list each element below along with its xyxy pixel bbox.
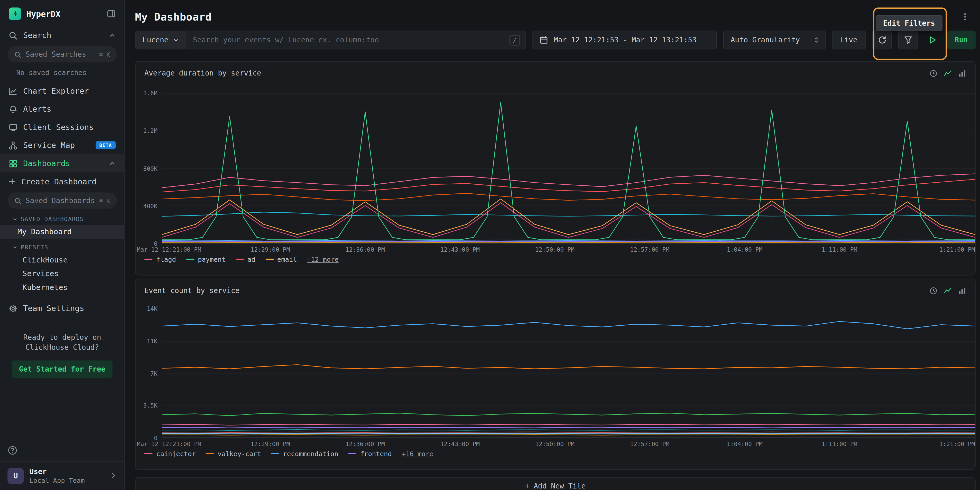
gridline [162,168,975,168]
chart-series [162,203,975,237]
chart-series-frontend [162,427,975,428]
chart-series-cainjector [162,424,975,425]
gridline [162,309,975,309]
search-icon [14,51,21,58]
x-axis-tick: 1:21:00 PM [939,441,975,447]
play-button[interactable] [924,30,941,49]
chevron-up-icon[interactable] [109,160,116,167]
gridline [162,341,975,341]
sidebar-item-team-settings[interactable]: Team Settings [0,299,124,317]
preset-clickhouse[interactable]: ClickHouse [0,253,124,267]
x-axis-tick: 12:43:00 PM [441,246,480,253]
legend-swatch [145,258,153,260]
query-language-dropdown[interactable]: Lucene [136,31,186,49]
filter-button[interactable] [898,30,918,49]
presets-section[interactable]: PRESETS [0,239,124,253]
chart-plot[interactable] [162,309,975,438]
saved-searches-input[interactable]: Saved Searches ⌘ K [8,46,117,62]
saved-dashboards-input[interactable]: Saved Dashboards ⌘ K [8,192,117,209]
get-started-button[interactable]: Get Started for Free [12,361,112,378]
create-dashboard-button[interactable]: Create Dashboard [0,172,124,190]
y-axis-tick: 1.6M [135,90,158,97]
calendar-icon [539,36,548,44]
sidebar-item-service-map[interactable]: Service Map BETA [0,136,124,154]
legend-label: payment [198,255,226,263]
chart-series-recommendation [162,322,975,329]
date-range-value: Mar 12 12:21:53 - Mar 12 13:21:53 [554,36,697,44]
add-new-tile-button[interactable]: + Add New Tile [135,477,976,490]
legend-label: valkey-cart [218,450,261,457]
legend-item-flagd[interactable]: flagd [145,255,176,263]
chart-legend: cainjectorvalkey-cartrecommendationfront… [145,450,975,457]
legend-label: cainjector [156,450,196,457]
collapse-sidebar-icon[interactable] [107,9,116,18]
sidebar-item-my-dashboard[interactable]: My Dashboard [0,225,124,239]
sidebar-item-label: Dashboards [23,159,70,168]
x-axis-tick: 1:04:00 PM [727,441,762,447]
time-range-icon[interactable] [929,286,938,295]
event-search-input[interactable]: Search your events w/ Lucene ex. column:… [186,31,509,49]
sidebar-item-search[interactable]: Search [0,26,124,44]
legend-swatch [186,258,194,260]
chevron-right-icon [110,473,117,479]
bar-chart-icon[interactable] [958,69,966,77]
chart-plot[interactable] [162,93,975,243]
preset-kubernetes[interactable]: Kubernetes [0,281,124,294]
sidebar-item-label: Search [23,30,51,40]
legend-swatch [206,453,214,454]
legend-item-recommendation[interactable]: recommendation [271,450,339,457]
x-axis-tick: 1:11:00 PM [821,246,857,253]
x-axis: Mar 12 12:21:00 PM12:29:00 PM12:36:00 PM… [162,438,975,448]
slash-shortcut-badge: / [509,35,520,45]
date-range-picker[interactable]: Mar 12 12:21:53 - Mar 12 13:21:53 [532,30,717,49]
help-icon[interactable] [8,446,18,455]
search-icon [9,31,18,40]
run-button[interactable]: Run [947,30,976,49]
line-chart-icon[interactable] [944,286,952,295]
logo-row: HyperDX [0,0,124,26]
legend-label: ad [247,255,255,263]
dashboard-menu-button[interactable] [958,10,972,24]
legend-more-link[interactable]: +16 more [402,450,433,457]
line-chart-icon[interactable] [944,69,952,77]
chart-area: 14K11K7K3.5K0 [136,309,975,438]
legend-item-valkey-cart[interactable]: valkey-cart [206,450,261,457]
saved-searches-placeholder: Saved Searches [26,50,95,59]
sidebar-item-dashboards[interactable]: Dashboards [0,154,124,173]
live-button[interactable]: Live [832,30,865,49]
x-axis-tick: 12:36:00 PM [345,441,385,447]
saved-dashboards-section[interactable]: SAVED DASHBOARDS [0,211,124,225]
preset-services[interactable]: Services [0,267,124,281]
time-range-icon[interactable] [929,69,938,77]
legend-item-payment[interactable]: payment [186,255,226,263]
legend-more-link[interactable]: +12 more [307,255,339,263]
sidebar-item-chart-explorer[interactable]: Chart Explorer [0,82,124,100]
x-axis-tick: 12:50:00 PM [535,441,574,447]
granularity-select[interactable]: Auto Granularity [723,30,826,49]
x-axis-tick: 12:29:00 PM [251,246,290,253]
legend-item-email[interactable]: email [266,255,297,263]
legend-item-cainjector[interactable]: cainjector [145,450,196,457]
bar-chart-icon[interactable] [958,286,966,295]
x-axis-tick: 12:50:00 PM [535,246,574,253]
tile-title: Event count by service [145,286,240,295]
legend-label: frontend [360,450,392,457]
chart-series-ad [162,179,975,192]
legend-label: flagd [156,255,176,263]
cloud-promo-text: Ready to deploy on ClickHouse Cloud? [9,332,116,352]
y-axis-tick: 11K [135,338,158,344]
section-label-text: SAVED DASHBOARDS [21,216,84,222]
tile-average-duration: Average duration by service 1.6M1.2M800K… [135,61,976,275]
chevron-up-icon[interactable] [109,32,116,39]
hyperdx-logo-icon[interactable] [9,8,21,20]
create-dashboard-label: Create Dashboard [21,177,97,186]
user-menu[interactable]: U User Local App Team [0,461,124,490]
sidebar-item-alerts[interactable]: Alerts [0,100,124,118]
tile-event-count: Event count by service 14K11K7K3.5K0 [135,279,976,470]
legend-swatch [235,258,244,260]
sidebar-item-client-sessions[interactable]: Client Sessions [0,118,124,136]
legend-item-ad[interactable]: ad [235,255,255,263]
legend-item-frontend[interactable]: frontend [348,450,392,457]
avatar: U [8,468,24,484]
refresh-button[interactable] [872,30,892,49]
